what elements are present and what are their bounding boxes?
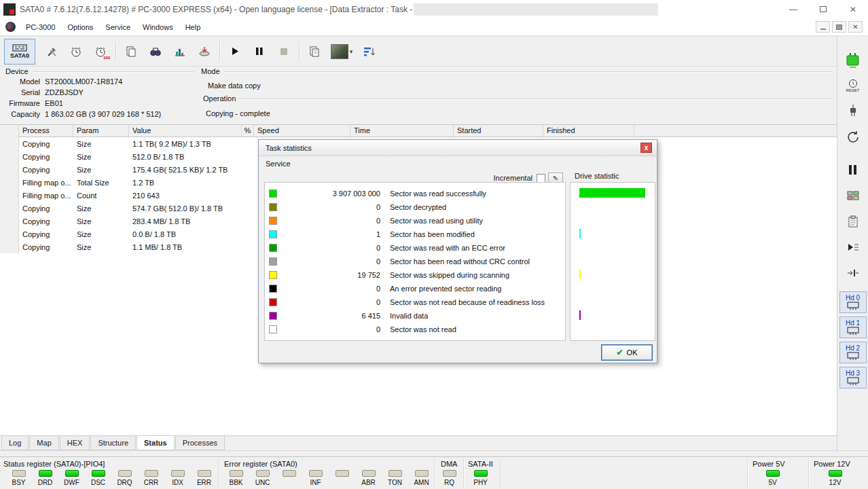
led-dwf: DWF: [58, 470, 85, 486]
minimize-icon: —: [789, 5, 797, 14]
column-header-value[interactable]: Value: [129, 125, 242, 137]
device-field-value: ZDZBJSDY: [45, 88, 84, 96]
utility-start-button[interactable]: [64, 40, 88, 63]
hd0-button[interactable]: Hd 0: [839, 291, 867, 313]
status-register-label: Status register (SATA0)-[PIO4]: [3, 460, 105, 468]
dialog-close-button[interactable]: x: [640, 143, 652, 153]
duplicate-button[interactable]: [119, 40, 143, 63]
tab-map[interactable]: Map: [29, 436, 58, 450]
close-button[interactable]: ✕: [838, 0, 868, 18]
drive-icon: [847, 352, 859, 361]
mdi-close-icon: ✕: [852, 23, 858, 31]
tab-log[interactable]: Log: [1, 436, 29, 450]
led-indicator: [474, 470, 488, 477]
clipboard-button[interactable]: [839, 210, 867, 233]
column-header-finished[interactable]: Finished: [543, 125, 634, 137]
drive-statistic-bar: [579, 270, 581, 279]
hd2-button[interactable]: Hd 2: [839, 342, 867, 363]
stop-button[interactable]: [272, 40, 296, 63]
plug-button[interactable]: [839, 100, 867, 123]
copy-pages-icon: [126, 46, 137, 57]
legend-label: Sector was read successfully: [390, 189, 486, 198]
menu-item-pc-3000[interactable]: PC-3000: [20, 20, 61, 35]
bottom-strip: [0, 450, 868, 456]
cell-param: Size: [73, 166, 129, 174]
drive-statistic-bar: [579, 229, 581, 238]
clipboard-icon: [848, 215, 858, 228]
column-header-started[interactable]: Started: [454, 125, 543, 137]
start-button[interactable]: [223, 40, 247, 63]
mdi-minimize-button[interactable]: [816, 21, 830, 33]
power-cycle-button[interactable]: [839, 126, 867, 149]
pause-drive-button[interactable]: [839, 158, 867, 181]
search-button[interactable]: [143, 40, 168, 63]
plug-icon: [848, 104, 858, 119]
chart-button[interactable]: [168, 40, 192, 63]
merge-button[interactable]: [839, 261, 867, 285]
window-title: SATA0 # 7.6.12(7.6.12.14278) # PC-3000 E…: [20, 5, 412, 14]
legend-color-swatch: [269, 189, 277, 198]
operation-group-title: Operation: [203, 94, 236, 103]
led-indicator: [256, 470, 270, 477]
info-panel: Device ModelST2000LM007-1R8174SerialZDZB…: [0, 67, 837, 124]
dialog-title-bar[interactable]: Task statistics x: [259, 140, 657, 156]
tools-button[interactable]: [39, 40, 64, 63]
copy-button[interactable]: [302, 40, 327, 63]
sort-button[interactable]: [357, 40, 381, 63]
title-bar: SATA0 # 7.6.12(7.6.12.14278) # PC-3000 E…: [0, 0, 868, 18]
reset-button[interactable]: RESET: [839, 74, 867, 97]
led-drd: DRD: [32, 470, 58, 486]
minimize-button[interactable]: —: [778, 0, 808, 18]
led-label: UNC: [255, 479, 270, 486]
hd-label: Hd 3: [846, 369, 860, 377]
incremental-checkbox[interactable]: [537, 174, 545, 183]
menu-item-service[interactable]: Service: [99, 20, 137, 35]
column-header-param[interactable]: Param: [73, 125, 129, 137]
export-disk-button[interactable]: [192, 40, 217, 63]
ok-button[interactable]: ✔ OK: [601, 344, 653, 361]
pause-button[interactable]: [247, 40, 272, 63]
sata0-port-button[interactable]: SATA0: [4, 39, 35, 65]
sector-map-button[interactable]: [839, 184, 867, 207]
led-label: 5V: [768, 479, 776, 486]
led-indicator: [766, 470, 780, 477]
menu-item-help[interactable]: Help: [179, 20, 207, 35]
legend-value: 0: [277, 298, 380, 306]
map-preview-button[interactable]: ▾: [327, 40, 357, 63]
column-header-speed[interactable]: Speed: [254, 125, 350, 137]
maximize-button[interactable]: [808, 0, 838, 18]
menu-item-windows[interactable]: Windows: [137, 20, 179, 35]
legend-value: 3 907 003 000: [277, 189, 380, 198]
tab-processes[interactable]: Processes: [175, 436, 225, 450]
tools-icon: [46, 46, 58, 57]
row-selector: [0, 189, 19, 202]
map-thumbnail: [331, 44, 348, 59]
hd1-button[interactable]: Hd 1: [839, 316, 867, 338]
menu-item-options[interactable]: Options: [61, 20, 99, 35]
column-header-time[interactable]: Time: [350, 125, 454, 137]
legend-label: Sector has been modified: [390, 230, 475, 238]
led-indicator: [283, 470, 296, 477]
legend-label: Sector decrypted: [390, 203, 446, 211]
hd-label: Hd 2: [846, 344, 860, 352]
hd3-button[interactable]: Hd 3: [839, 367, 867, 388]
power-supply-button[interactable]: [839, 48, 867, 71]
column-header-percent[interactable]: %: [242, 125, 254, 137]
mdi-restore-button[interactable]: [832, 21, 846, 33]
dialog-menu-service[interactable]: Service: [259, 158, 297, 170]
legend-value: 0: [277, 203, 380, 211]
legend-color-swatch: [269, 230, 277, 238]
utility-timer-button[interactable]: 100: [88, 40, 113, 63]
led-err: ERR: [191, 470, 217, 486]
column-header-process[interactable]: Process: [19, 125, 73, 137]
pc3000-menu-icon: [5, 22, 16, 32]
mdi-close-button[interactable]: ✕: [848, 21, 863, 33]
tab-structure[interactable]: Structure: [90, 436, 136, 450]
autostart-button[interactable]: [839, 236, 867, 259]
tab-hex[interactable]: HEX: [60, 436, 90, 450]
led-ton: TON: [382, 470, 408, 486]
column-header-filler: [634, 125, 837, 137]
tab-status[interactable]: Status: [137, 436, 175, 450]
cell-param: Size: [73, 230, 129, 238]
row-selector: [0, 228, 19, 240]
